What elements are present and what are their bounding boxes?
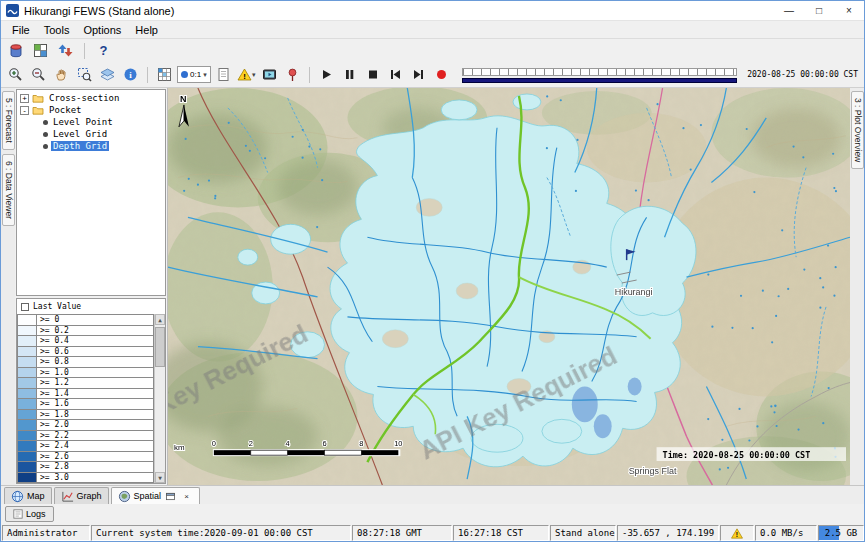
step-forward-button[interactable] — [408, 65, 429, 84]
step-backward-button[interactable] — [385, 65, 406, 84]
marker-pin-icon — [285, 67, 300, 82]
pause-button[interactable] — [339, 65, 360, 84]
expand-icon[interactable]: + — [20, 94, 29, 103]
layers-button[interactable] — [97, 65, 118, 84]
stop-button[interactable] — [362, 65, 383, 84]
folder-icon — [32, 93, 44, 103]
up-down-arrows-icon — [58, 43, 73, 58]
info-icon: i — [123, 67, 138, 82]
help-icon: ? — [100, 43, 108, 58]
legend-title: Last Value — [33, 302, 81, 311]
map-svg: API Key Required API Key Required Hikura… — [168, 88, 850, 485]
title-bar: Hikurangi FEWS (Stand alone) — □ × — [1, 1, 864, 21]
town-label: Hikurangi — [615, 287, 653, 297]
tab-map[interactable]: Map — [4, 487, 52, 504]
svg-text:8: 8 — [359, 439, 363, 448]
toolbar-separator — [309, 67, 310, 83]
svg-text:6: 6 — [322, 439, 326, 448]
zoom-out-button[interactable] — [28, 65, 49, 84]
chevron-down-icon: ▾ — [252, 71, 256, 79]
status-warning[interactable]: ! — [720, 525, 754, 541]
filter-tree: + Cross-section - Pocket Level Point Lev… — [16, 89, 166, 296]
help-button[interactable]: ? — [93, 41, 114, 60]
tree-item-label[interactable]: Level Point — [51, 117, 115, 127]
node-bullet-icon — [43, 144, 48, 149]
window-title: Hikurangi FEWS (Stand alone) — [24, 5, 174, 17]
status-gmt-time: 08:27:18 GMT — [352, 525, 452, 541]
zoom-extent-icon — [77, 67, 92, 82]
tab-spatial-label: Spatial — [134, 491, 162, 501]
app-window: Hikurangi FEWS (Stand alone) — □ × File … — [0, 0, 865, 542]
grid-display-button[interactable] — [154, 65, 175, 84]
collapse-icon[interactable]: - — [20, 106, 29, 115]
pause-icon — [342, 67, 357, 82]
tree-row[interactable]: Level Grid — [17, 128, 165, 140]
database-icon — [8, 43, 24, 59]
tree-row[interactable]: Level Point — [17, 116, 165, 128]
tree-item-label[interactable]: Depth Grid — [51, 141, 109, 151]
tab-graph-label: Graph — [77, 491, 102, 501]
window-controls: — □ × — [774, 1, 864, 20]
menu-tools[interactable]: Tools — [37, 23, 77, 37]
svg-text:4: 4 — [286, 439, 290, 448]
zoom-in-icon — [8, 67, 23, 82]
tab-data-viewer[interactable]: 6 : Data Viewer — [2, 154, 15, 226]
menu-options[interactable]: Options — [76, 23, 128, 37]
tree-item-label[interactable]: Level Grid — [51, 129, 109, 139]
main-area: 5 : Forecast 6 : Data Viewer + Cross-sec… — [1, 88, 864, 485]
minimize-button[interactable]: — — [774, 1, 804, 20]
locality-label: Springs Flat — [629, 466, 677, 476]
close-tab-icon[interactable]: × — [180, 490, 193, 503]
legend-row: >= 3.0 — [17, 472, 154, 484]
float-panel-icon[interactable] — [164, 490, 177, 503]
animation-export-button[interactable] — [259, 65, 280, 84]
right-tab-strip: 3 : Plot Overview — [850, 88, 864, 485]
scroll-track[interactable] — [155, 325, 165, 472]
spatial-globe-icon — [118, 490, 131, 503]
left-panel: + Cross-section - Pocket Level Point Lev… — [15, 88, 168, 485]
database-button[interactable] — [5, 41, 26, 60]
zoom-extent-button[interactable] — [74, 65, 95, 84]
status-coordinates: -35.657 , 174.199 — [617, 525, 719, 541]
svg-text:Time: 2020-08-25 00:00:00 CST: Time: 2020-08-25 00:00:00 CST — [663, 450, 811, 460]
info-button[interactable]: i — [120, 65, 141, 84]
last-value-checkbox[interactable] — [21, 303, 29, 311]
marker-tool-button[interactable] — [282, 65, 303, 84]
zoom-in-button[interactable] — [5, 65, 26, 84]
tree-item-label[interactable]: Pocket — [47, 105, 84, 115]
play-button[interactable] — [316, 65, 337, 84]
pan-button[interactable] — [51, 65, 72, 84]
legend-scrollbar[interactable]: ▲ ▼ — [154, 314, 165, 483]
svg-text:!: ! — [736, 530, 738, 537]
menu-help[interactable]: Help — [128, 23, 165, 37]
tree-item-label[interactable]: Cross-section — [47, 93, 121, 103]
record-button[interactable] — [431, 65, 452, 84]
tab-plot-overview[interactable]: 3 : Plot Overview — [851, 91, 864, 169]
warning-icon: ! — [237, 67, 252, 82]
close-button[interactable]: × — [834, 1, 864, 20]
app-logo-icon — [6, 4, 19, 17]
scroll-up-icon[interactable]: ▲ — [155, 314, 165, 325]
tab-spatial[interactable]: Spatial × — [111, 487, 201, 504]
tree-row[interactable]: + Cross-section — [17, 92, 165, 104]
import-export-button[interactable] — [55, 41, 76, 60]
timeline-slider[interactable] — [462, 68, 738, 83]
menu-file[interactable]: File — [5, 23, 37, 37]
document-icon — [216, 67, 231, 82]
scroll-thumb[interactable] — [155, 327, 165, 367]
svg-text:N: N — [180, 94, 186, 104]
tree-row[interactable]: - Pocket — [17, 104, 165, 116]
tab-forecast[interactable]: 5 : Forecast — [2, 91, 15, 150]
chevron-down-icon: ▾ — [203, 71, 207, 79]
profile-button[interactable] — [213, 65, 234, 84]
maximize-button[interactable]: □ — [804, 1, 834, 20]
map-display-button[interactable] — [30, 41, 51, 60]
map-canvas[interactable]: API Key Required API Key Required Hikura… — [168, 88, 850, 485]
tab-graph[interactable]: Graph — [54, 487, 109, 504]
timestep-combo[interactable]: 0:1 ▾ — [177, 66, 211, 83]
tree-row-selected[interactable]: Depth Grid — [17, 140, 165, 152]
logs-button[interactable]: Logs — [5, 506, 54, 522]
warning-menu-button[interactable]: ! ▾ — [236, 65, 257, 84]
scroll-down-icon[interactable]: ▼ — [155, 472, 165, 483]
legend-swatch — [17, 472, 37, 484]
